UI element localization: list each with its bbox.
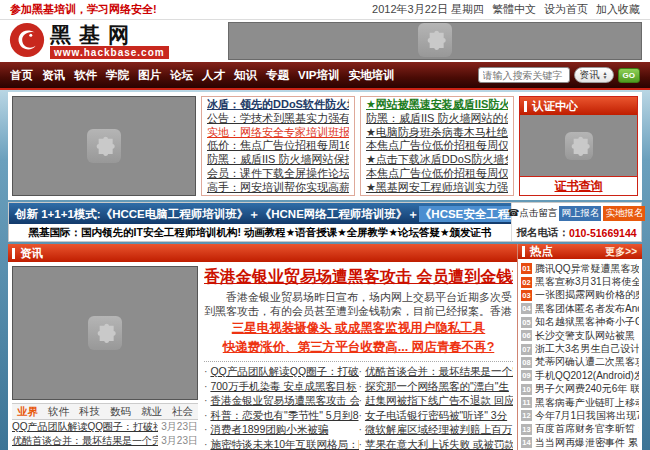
news-link[interactable]: 女子电话银行密码被"听译" 3分 — [365, 409, 507, 421]
tab-industry[interactable]: 业界 — [12, 405, 43, 419]
nav-item-home[interactable]: 首页 — [10, 68, 33, 83]
hot-link[interactable]: 梵蒂冈确认遭二次黑客攻 — [535, 356, 639, 369]
news-link[interactable]: 700万手机染毒 安卓成黑客目标 — [210, 380, 356, 392]
certificate-query-link[interactable]: 证书查询 — [555, 178, 603, 195]
top-utility-bar: 参加黑基培训，学习网络安全! 2012年3月22日 星期四 繁體中文 设为首页 … — [0, 0, 650, 20]
news-link[interactable]: 施密特谈未来10年互联网格局：隐 — [210, 438, 358, 450]
main-headline-link[interactable]: 香港金银业贸易场遭黑客攻击 会员遭到金钱勒索 — [204, 266, 513, 288]
news-date: 3月23日 — [161, 420, 198, 434]
signup-panel: ☎点击留言 网上报名 实地报名 报名电话：010-51669144 — [511, 203, 641, 241]
hot-link[interactable]: 当当网再爆泄密事件 累 — [535, 436, 638, 449]
news-link[interactable]: 科普：恋爱也有"季节性" 5月到8 — [210, 409, 358, 421]
hot-link[interactable]: 腾讯QQ异常疑遭黑客攻击 — [535, 262, 639, 275]
tab-digital[interactable]: 数码 — [105, 405, 136, 419]
hot-item: 02黑客宣称3月31日将使全 — [521, 275, 639, 288]
promo-link[interactable]: 会员：课件下载全屏操作论坛答疑 — [207, 167, 349, 180]
news-link[interactable]: 消费者1899团购小米被骗 — [210, 423, 328, 435]
promo-ad-image[interactable] — [12, 96, 196, 196]
promo-link[interactable]: 防黑：威盾IIS 防火墙网站的保护神 — [366, 112, 508, 125]
hot-item: 04黑客团体匿名者发布Ano — [521, 302, 639, 315]
search-category-select[interactable]: 资讯 ▲▼ — [574, 67, 614, 83]
header-ad-banner[interactable] — [228, 22, 642, 60]
promo-link[interactable]: 冰盾：领先的DDoS软件防火墙 — [207, 98, 349, 111]
hot-list: 01腾讯QQ异常疑遭黑客攻击 02黑客宣称3月31日将使全 03一张图揭露网购价… — [518, 259, 642, 450]
site-url: www.hackbase.com — [50, 46, 169, 59]
site-logo[interactable]: 黑基网 www.hackbase.com — [8, 21, 228, 61]
missing-image-icon — [565, 132, 593, 160]
nav-item-news[interactable]: 资讯 — [42, 68, 65, 83]
hot-link[interactable]: 浙工大3名男生自己设计 — [535, 342, 639, 355]
promo-link[interactable]: 公告：学技术到黑基实力强有保障 — [207, 112, 349, 125]
promo-link[interactable]: 低价：焦点广告位招租每周168元 — [207, 139, 349, 152]
training-banner-line1[interactable]: 创新 1+1+1模式:《HCCE电脑工程师培训班》＋《HCNE网络工程师培训班》… — [9, 203, 511, 224]
news-link[interactable]: 优酷首谈合并：最坏结果是一个完 — [365, 365, 513, 377]
onsite-signup-link[interactable]: 实地报名 — [603, 206, 645, 221]
hot-more-link[interactable]: 更多>> — [605, 245, 637, 259]
hot-link[interactable]: 百度首席财务官李昕晢： — [535, 423, 639, 436]
tab-employment[interactable]: 就业 — [136, 405, 167, 419]
promo-link[interactable]: ★黑基网安工程师培训实力强信誉好 — [366, 181, 508, 194]
hot-link[interactable]: 手机QQ2012(Android)发 — [535, 369, 639, 382]
news-link[interactable]: 香港金银业贸易场遭黑客攻击 会 — [210, 394, 358, 406]
training-slogan-link[interactable]: 参加黑基培训，学习网络安全! — [10, 2, 157, 17]
promo-link[interactable]: 防黑：威盾IIS 防火墙网站保护神 — [207, 153, 349, 166]
certification-image[interactable] — [520, 115, 637, 176]
nav-item-academy[interactable]: 学院 — [106, 68, 129, 83]
nav-item-pictures[interactable]: 图片 — [138, 68, 161, 83]
phone-icon: ☎ — [508, 207, 520, 218]
news-link[interactable]: QQ产品团队解读QQ圈子：打破社 — [210, 365, 358, 377]
tab-technology[interactable]: 科技 — [74, 405, 105, 419]
tab-society[interactable]: 社会 — [167, 405, 198, 419]
nav-item-talent[interactable]: 人才 — [202, 68, 225, 83]
sub-headline-link[interactable]: 快递费涨价、第三方平台收费高... 网店青春不再? — [204, 338, 513, 357]
nav-item-forum[interactable]: 论坛 — [170, 68, 193, 83]
hot-link[interactable]: 黑客病毒产业链盯上移动 — [535, 396, 639, 409]
tab-news-link[interactable]: QQ产品团队解读QQ圈子：打破社交壁垒 — [12, 420, 158, 434]
hot-link[interactable]: 今年7月1日我国将出现7 — [535, 409, 639, 422]
hot-link[interactable]: 知名越狱黑客神奇小子G — [535, 316, 639, 329]
hot-panel: 热点 更多>> 01腾讯QQ异常疑遭黑客攻击 02黑客宣称3月31日将使全 03… — [518, 244, 642, 450]
hot-link[interactable]: 长沙交警支队网站被黑 — [535, 329, 635, 342]
news-photo[interactable] — [12, 266, 198, 400]
promo-section: 冰盾：领先的DDoS软件防火墙 公告：学技术到黑基实力强有保障 实地：网络安全专… — [8, 92, 642, 200]
sub-headline-link[interactable]: 三星电视装摄像头 或成黑客监视用户隐私工具 — [204, 319, 513, 338]
nav-item-topics[interactable]: 专题 — [266, 68, 289, 83]
news-link[interactable]: 探究那一个网络黑客的"漂白"生 — [365, 380, 509, 392]
hot-link[interactable]: 男子欠网费240元6年 联 — [535, 383, 639, 396]
set-homepage-link[interactable]: 设为首页 — [544, 2, 588, 17]
hot-link[interactable]: 黑客宣称3月31日将使全 — [535, 275, 639, 288]
search-input[interactable] — [478, 67, 570, 83]
nav-item-software[interactable]: 软件 — [74, 68, 97, 83]
tab-software[interactable]: 软件 — [43, 405, 74, 419]
promo-link[interactable]: 高手：网安培训帮你实现高薪梦想 — [207, 181, 349, 194]
headline-summary: 香港金银业贸易场昨日宣布，场内网上交易平台近期多次受到黑客攻击，有的会员甚至遭到… — [204, 290, 513, 319]
promo-links-box-2: ★网站被黑速安装威盾IIS防火墙 防黑：威盾IIS 防火墙网站的保护神 ★电脑防… — [360, 96, 514, 196]
promo-link[interactable]: 本焦点广告位低价招租每周仅168元 — [366, 139, 508, 152]
add-favorite-link[interactable]: 加入收藏 — [596, 2, 640, 17]
promo-link[interactable]: ★电脑防身班杀病毒木马杜绝艳照门 — [366, 126, 508, 139]
news-category-tabs: 业界 软件 科技 数码 就业 社会 — [12, 403, 198, 420]
hot-item: 10男子欠网费240元6年 联 — [521, 383, 639, 396]
promo-link[interactable]: ★点击下载冰盾DDoS防火墙免费版 — [366, 153, 508, 166]
nav-item-vip-training[interactable]: VIP培训 — [298, 68, 340, 83]
traditional-chinese-link[interactable]: 繁體中文 — [492, 2, 536, 17]
leave-message-link[interactable]: ☎点击留言 — [508, 207, 558, 220]
search-go-button[interactable]: GO — [618, 68, 640, 83]
hot-link[interactable]: 一张图揭露网购价格的奥 — [535, 289, 639, 302]
nav-item-knowledge[interactable]: 知识 — [234, 68, 257, 83]
promo-link[interactable]: 实地：网络安全专家培训班报名中 — [207, 126, 349, 139]
promo-link[interactable]: 本焦点广告位低价招租每周仅168元 — [366, 167, 508, 180]
tab-news-link[interactable]: 优酷首谈合并：最坏结果是一个完了另一 — [12, 434, 158, 448]
news-link[interactable]: 赶集网被指下线广告不退款 回应 — [365, 394, 513, 406]
hot-link[interactable]: 黑客团体匿名者发布Ano — [535, 302, 639, 315]
online-signup-link[interactable]: 网上报名 — [559, 206, 601, 221]
missing-image-icon — [88, 316, 122, 350]
news-link[interactable]: 微软解雇区域经理被判赔上百万 — [365, 423, 512, 435]
hot-item: 08梵蒂冈确认遭二次黑客攻 — [521, 356, 639, 369]
header-accent-bar — [524, 101, 527, 112]
news-link[interactable]: 苹果在意大利上诉失败 或被罚款 — [365, 438, 513, 450]
hot-item: 13百度首席财务官李昕晢： — [521, 423, 639, 436]
training-banner-line2[interactable]: 黑基国际：国内领先的IT安全工程师培训机构! 动画教程★语音授课★全屏教学★论坛… — [9, 224, 511, 241]
promo-link[interactable]: ★网站被黑速安装威盾IIS防火墙 — [366, 98, 508, 111]
nav-item-onsite-training[interactable]: 实地培训 — [349, 68, 395, 83]
